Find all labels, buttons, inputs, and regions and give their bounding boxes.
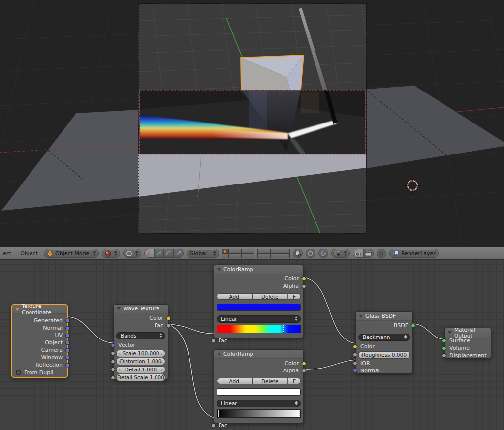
detail-slider[interactable]: Detail 1.000 bbox=[116, 366, 165, 373]
orientation-dropdown[interactable]: Global bbox=[187, 249, 219, 258]
distortion-slider[interactable]: Distortion 1.000 bbox=[116, 358, 165, 365]
socket-alpha[interactable] bbox=[302, 369, 306, 373]
collapse-triangle-icon[interactable] bbox=[359, 315, 363, 318]
ramp-stop-marker[interactable] bbox=[234, 325, 234, 333]
collapse-triangle-icon[interactable] bbox=[217, 268, 221, 271]
viewport-shading-dropdown[interactable] bbox=[102, 249, 120, 258]
socket-distortion[interactable] bbox=[111, 359, 115, 364]
render-still-button[interactable] bbox=[353, 249, 363, 258]
node-material-output[interactable]: Material Output Surface Volume Displacem… bbox=[444, 328, 491, 358]
detail-scale-slider[interactable]: Detail Scale 1.000 bbox=[116, 374, 165, 381]
interpolation-dropdown[interactable]: Linear bbox=[217, 315, 301, 323]
socket-normal[interactable] bbox=[65, 326, 70, 330]
node-texture-coordinate[interactable]: Texture Coordinate Generated Normal UV O… bbox=[11, 304, 68, 378]
rotate-arc-icon bbox=[165, 250, 172, 257]
collapse-triangle-icon[interactable] bbox=[15, 308, 19, 311]
socket-displacement[interactable] bbox=[442, 353, 446, 358]
checkbox-circle-icon[interactable] bbox=[16, 370, 21, 375]
node-editor[interactable]: Texture Coordinate Generated Normal UV O… bbox=[0, 260, 504, 430]
node-header[interactable]: Wave Texture bbox=[114, 305, 168, 313]
color-ramp-gradient[interactable] bbox=[217, 409, 301, 418]
fake-user-button[interactable]: F bbox=[288, 378, 301, 384]
socket-normal-input[interactable] bbox=[353, 369, 357, 373]
manipulator-scale-toggle[interactable] bbox=[174, 249, 184, 258]
ramp-stop-marker-selected[interactable] bbox=[284, 325, 284, 333]
layer-buttons-group-1[interactable] bbox=[222, 249, 254, 258]
color-ramp-gradient[interactable] bbox=[217, 325, 301, 333]
pause-icon bbox=[378, 250, 384, 256]
socket-color-input[interactable] bbox=[353, 344, 357, 349]
delete-button[interactable]: Delete bbox=[252, 293, 288, 300]
node-header[interactable]: Glass BSDF bbox=[356, 312, 412, 321]
pivot-point-dropdown[interactable] bbox=[123, 249, 141, 258]
socket-fac[interactable] bbox=[211, 338, 216, 343]
layer-1[interactable] bbox=[222, 249, 228, 253]
node-glass-bsdf[interactable]: Glass BSDF BSDF Beckmann Color Roughness… bbox=[355, 311, 413, 373]
socket-roughness[interactable] bbox=[353, 353, 357, 357]
socket-bsdf[interactable] bbox=[411, 323, 415, 328]
socket-color[interactable] bbox=[302, 361, 306, 366]
manipulator-rotate-toggle[interactable] bbox=[164, 249, 174, 258]
proportional-edit-button[interactable] bbox=[306, 249, 315, 258]
socket-volume[interactable] bbox=[442, 346, 446, 350]
wave-type-dropdown[interactable]: Bands bbox=[116, 332, 165, 339]
prism-object[interactable] bbox=[241, 55, 304, 90]
node-header[interactable]: Texture Coordinate bbox=[12, 305, 67, 314]
add-button[interactable]: Add bbox=[217, 293, 252, 300]
manipulator-translate-toggle[interactable] bbox=[144, 249, 154, 258]
node-header[interactable]: Material Output bbox=[445, 328, 491, 337]
node-header[interactable]: ColorRamp bbox=[214, 265, 303, 274]
collapse-triangle-icon[interactable] bbox=[217, 353, 221, 356]
render-layer-dropdown[interactable]: RenderLayer bbox=[389, 249, 439, 258]
node-header[interactable]: ColorRamp bbox=[214, 350, 303, 359]
arrow-icon bbox=[156, 250, 162, 257]
roughness-slider[interactable]: Roughness 0.000 bbox=[358, 351, 410, 359]
socket-scale[interactable] bbox=[111, 351, 115, 356]
scene-lock-button[interactable] bbox=[293, 249, 303, 258]
node-colorramp-2[interactable]: ColorRamp Color Alpha Add Delete F Linea… bbox=[214, 349, 304, 423]
collapse-triangle-icon[interactable] bbox=[117, 307, 121, 310]
menu-object[interactable]: Object bbox=[17, 250, 41, 257]
collapse-triangle-icon[interactable] bbox=[448, 331, 452, 334]
3d-viewport[interactable] bbox=[0, 0, 504, 247]
socket-surface[interactable] bbox=[442, 338, 446, 343]
socket-object[interactable] bbox=[65, 340, 70, 345]
scale-slider[interactable]: Scale 100.000 bbox=[116, 350, 165, 357]
active-stop-color-swatch[interactable] bbox=[217, 388, 301, 396]
node-title: ColorRamp bbox=[223, 351, 253, 357]
socket-detail[interactable] bbox=[111, 368, 115, 372]
snap-element-dropdown[interactable] bbox=[331, 249, 350, 258]
socket-camera[interactable] bbox=[65, 348, 70, 352]
ramp-stop-marker[interactable] bbox=[259, 325, 259, 333]
delete-button[interactable]: Delete bbox=[252, 378, 288, 384]
socket-fac[interactable] bbox=[211, 423, 216, 428]
node-wave-texture[interactable]: Wave Texture Color Fac Bands Vector Scal… bbox=[113, 304, 168, 380]
socket-window[interactable] bbox=[65, 355, 70, 360]
manipulator-arrow-toggle[interactable] bbox=[154, 249, 164, 258]
from-dupli-toggle[interactable]: From Dupli bbox=[12, 369, 67, 377]
lock-interface-button[interactable] bbox=[377, 249, 386, 258]
socket-color[interactable] bbox=[166, 316, 171, 320]
distribution-dropdown[interactable]: Beckmann bbox=[358, 334, 410, 341]
socket-reflection[interactable] bbox=[65, 363, 70, 367]
socket-generated[interactable] bbox=[65, 318, 70, 323]
fake-user-button[interactable]: F bbox=[288, 293, 301, 300]
socket-alpha[interactable] bbox=[302, 284, 306, 288]
menu-select-partial[interactable]: ect bbox=[0, 250, 14, 257]
render-animation-button[interactable] bbox=[363, 249, 374, 258]
ramp-stop-marker-selected[interactable] bbox=[299, 410, 300, 417]
socket-fac[interactable] bbox=[166, 323, 171, 328]
active-stop-color-swatch[interactable] bbox=[217, 304, 301, 311]
socket-ior[interactable] bbox=[353, 361, 357, 366]
interpolation-dropdown[interactable]: Linear bbox=[217, 400, 301, 407]
snap-toggle-button[interactable] bbox=[318, 249, 328, 258]
socket-vector[interactable] bbox=[111, 343, 115, 347]
ramp-stop-marker[interactable] bbox=[218, 410, 219, 417]
socket-detail-scale[interactable] bbox=[111, 375, 115, 380]
socket-uv[interactable] bbox=[65, 333, 70, 338]
node-colorramp-1[interactable]: ColorRamp Color Alpha Add Delete F Linea… bbox=[214, 265, 304, 338]
layer-buttons-group-2[interactable] bbox=[257, 249, 290, 258]
mode-dropdown[interactable]: Object Mode bbox=[44, 249, 99, 258]
add-button[interactable]: Add bbox=[217, 378, 252, 384]
socket-color[interactable] bbox=[302, 276, 306, 281]
